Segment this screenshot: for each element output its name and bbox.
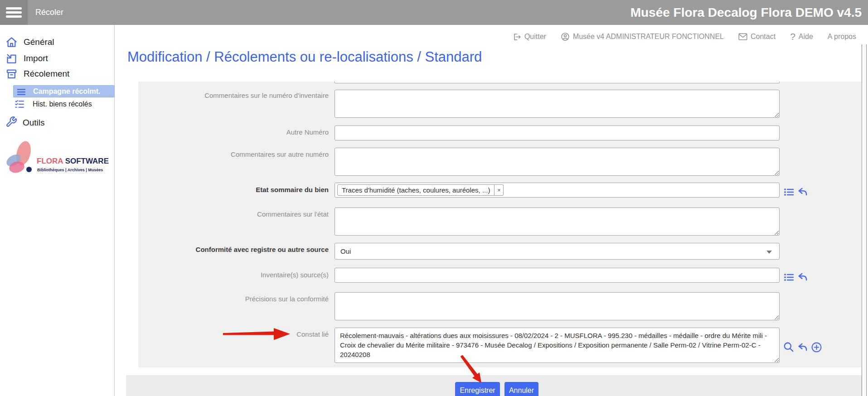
field-label: Inventaire(s) source(s) bbox=[138, 271, 329, 279]
sidebar-item-import[interactable]: Import bbox=[24, 53, 48, 63]
save-button[interactable]: Enregistrer bbox=[455, 382, 500, 396]
svg-text:FLORA SOFTWARE: FLORA SOFTWARE bbox=[37, 157, 109, 165]
comment-inventory-number-field bbox=[335, 90, 780, 118]
help-link[interactable]: ? Aide bbox=[790, 31, 813, 42]
list-icon[interactable] bbox=[784, 272, 795, 283]
user-account[interactable]: Musée v4 ADMINISTRATEUR FONCTIONNEL bbox=[561, 32, 724, 41]
selected-tag: Traces d'humidité (taches, coulures, aur… bbox=[337, 184, 495, 196]
field-label: Conformité avec registre ou autre source bbox=[138, 246, 329, 254]
field-label: Constat lié bbox=[138, 330, 329, 338]
comment-etat-field bbox=[335, 208, 780, 236]
constat-lie-textarea[interactable]: Récolement-mauvais - altérations dues au… bbox=[335, 328, 779, 362]
comment-inventory-number-textarea[interactable] bbox=[335, 90, 779, 117]
remove-tag-button[interactable]: × bbox=[495, 184, 504, 196]
field-label: Commentaires sur autre numéro bbox=[138, 150, 329, 159]
cancel-button[interactable]: Annuler bbox=[504, 382, 538, 396]
logo-tagline: Bibliothèques | Archives | Musées bbox=[37, 168, 103, 172]
undo-icon[interactable] bbox=[797, 342, 809, 353]
quit-link[interactable]: Quitter bbox=[513, 33, 546, 41]
home-icon bbox=[5, 36, 18, 50]
add-circle-icon[interactable] bbox=[811, 342, 822, 353]
field-label: Commentaires sur l'état bbox=[138, 210, 329, 218]
comment-other-number-textarea[interactable] bbox=[335, 148, 779, 175]
about-link[interactable]: A propos bbox=[828, 33, 856, 41]
field-label: Etat sommaire du bien bbox=[138, 186, 329, 194]
list-icon[interactable] bbox=[784, 187, 795, 198]
chevron-down-icon bbox=[766, 251, 772, 254]
sidebar-subitem-label: Campagne récolmt. bbox=[33, 87, 100, 96]
sidebar-item-general[interactable]: Général bbox=[24, 37, 54, 47]
inventaires-sources-input[interactable] bbox=[335, 268, 780, 283]
autre-numero-input[interactable] bbox=[335, 126, 780, 140]
undo-icon[interactable] bbox=[797, 186, 809, 198]
search-icon[interactable] bbox=[783, 341, 795, 353]
sidebar-item-campagne-recolement[interactable]: Campagne récolmt. bbox=[13, 85, 115, 97]
wrench-icon bbox=[5, 116, 17, 130]
hamburger-menu-icon[interactable] bbox=[0, 0, 28, 25]
constat-lie-field: Récolement-mauvais - altérations dues au… bbox=[335, 328, 780, 363]
page-title: Modification / Récolements ou re-localis… bbox=[127, 49, 482, 65]
vertical-scrollbar[interactable] bbox=[862, 44, 867, 396]
app-window: Récoler Musée Flora Decalog Flora DEMO v… bbox=[0, 0, 868, 396]
sidebar-item-hist-biens-recoles[interactable]: Hist. biens récolés bbox=[33, 100, 92, 108]
question-mark-icon: ? bbox=[790, 31, 795, 42]
user-icon bbox=[561, 32, 570, 41]
envelope-icon bbox=[738, 33, 747, 40]
menu-lines-icon bbox=[17, 88, 26, 96]
flora-software-logo: FLORA SOFTWARE Bibliothèques | Archives … bbox=[4, 140, 113, 182]
undo-icon[interactable] bbox=[797, 271, 809, 283]
exit-icon bbox=[513, 33, 521, 41]
logo-brand2: SOFTWARE bbox=[63, 157, 109, 165]
app-title: Musée Flora Decalog Flora DEMO v4.5 bbox=[630, 0, 862, 25]
topbar-mode-label: Récoler bbox=[35, 0, 63, 25]
etat-sommaire-field[interactable]: Traces d'humidité (taches, coulures, aur… bbox=[335, 183, 780, 198]
checklist-icon bbox=[15, 100, 24, 111]
form-panel: Commentaires sur le numéro d'inventaire … bbox=[138, 82, 861, 367]
comment-other-number-field bbox=[335, 148, 780, 176]
sidebar: Général Import Récolement Campagne récol… bbox=[0, 25, 115, 396]
sidebar-item-outils[interactable]: Outils bbox=[23, 118, 45, 128]
field-label: Autre Numéro bbox=[138, 128, 329, 136]
conformite-select[interactable]: Oui bbox=[335, 243, 780, 260]
precisions-conformite-field bbox=[335, 292, 780, 320]
field-label: Précisions sur la conformité bbox=[138, 295, 329, 303]
archive-box-icon bbox=[5, 68, 18, 82]
contact-link[interactable]: Contact bbox=[738, 33, 776, 41]
top-bar: Récoler Musée Flora Decalog Flora DEMO v… bbox=[0, 0, 868, 25]
logo-brand1: FLORA bbox=[37, 157, 63, 165]
sidebar-item-recolement[interactable]: Récolement bbox=[24, 69, 69, 79]
truncated-field bbox=[335, 82, 780, 83]
precisions-conformite-textarea[interactable] bbox=[335, 293, 779, 320]
select-value: Oui bbox=[340, 247, 351, 255]
import-icon bbox=[5, 53, 18, 67]
header-links: Quitter Musée v4 ADMINISTRATEUR FONCTION… bbox=[513, 31, 856, 42]
comment-etat-textarea[interactable] bbox=[335, 208, 779, 235]
field-label: Commentaires sur le numéro d'inventaire bbox=[138, 92, 329, 100]
